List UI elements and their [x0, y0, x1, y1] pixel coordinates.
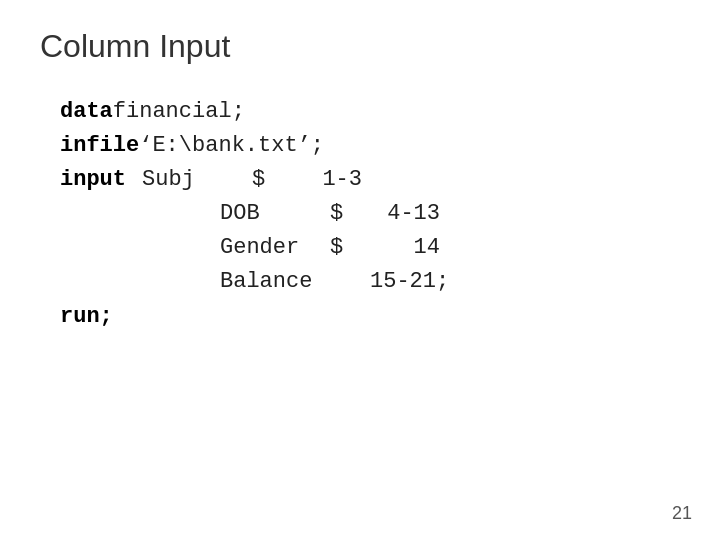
keyword-input: input — [60, 163, 126, 197]
code-block: data financial; infile ‘E:\bank.txt’; in… — [0, 95, 720, 334]
dollar-gender: $ — [330, 231, 360, 265]
code-line-1: data financial; — [60, 95, 720, 129]
field-dob: DOB — [220, 197, 330, 231]
keyword-run: run; — [60, 300, 113, 334]
keyword-data: data — [60, 95, 113, 129]
range-gender: 14 — [370, 231, 440, 265]
code-line-7: run; — [60, 300, 720, 334]
range-dob: 4-13 — [370, 197, 440, 231]
code-line-1-rest: financial; — [113, 95, 245, 129]
dollar-dob: $ — [330, 197, 360, 231]
code-line-2-rest: ‘E:\bank.txt’; — [139, 129, 324, 163]
code-line-2: infile ‘E:\bank.txt’; — [60, 129, 720, 163]
field-gender: Gender — [220, 231, 330, 265]
keyword-infile: infile — [60, 129, 139, 163]
dollar-subj: $ — [252, 163, 282, 197]
page-number: 21 — [672, 503, 692, 524]
code-line-4: DOB $ 4-13 — [60, 197, 720, 231]
field-subj: Subj — [142, 163, 252, 197]
page-title: Column Input — [0, 0, 720, 65]
range-balance: 15-21; — [370, 265, 449, 299]
range-subj: 1-3 — [292, 163, 362, 197]
code-line-6: Balance 15-21; — [60, 265, 720, 299]
field-balance: Balance — [220, 265, 330, 299]
code-line-3: input Subj $ 1-3 — [60, 163, 720, 197]
code-line-5: Gender $ 14 — [60, 231, 720, 265]
